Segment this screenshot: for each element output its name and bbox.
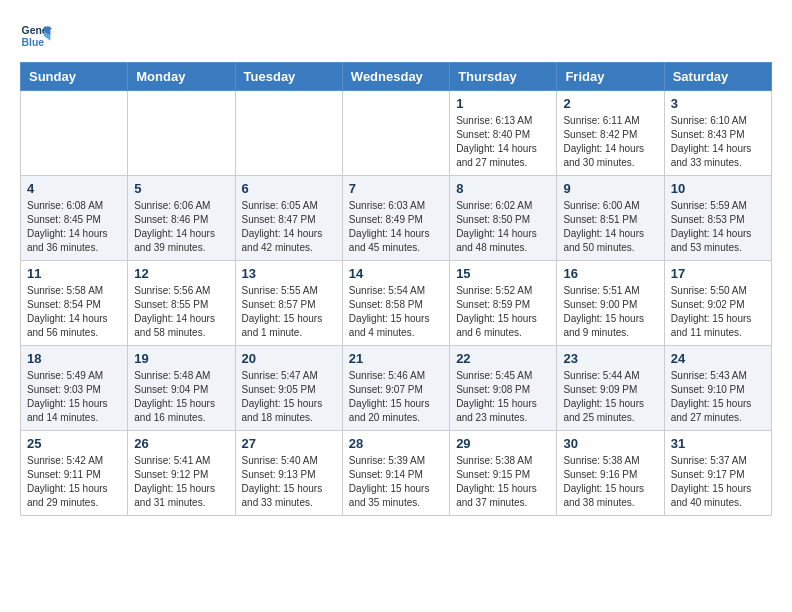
header: General Blue [20, 20, 772, 52]
cell-content: Sunrise: 6:00 AM Sunset: 8:51 PM Dayligh… [563, 199, 657, 255]
calendar-cell: 11Sunrise: 5:58 AM Sunset: 8:54 PM Dayli… [21, 261, 128, 346]
day-of-week-header: Friday [557, 63, 664, 91]
cell-content: Sunrise: 6:08 AM Sunset: 8:45 PM Dayligh… [27, 199, 121, 255]
day-number: 30 [563, 436, 657, 451]
calendar-cell: 19Sunrise: 5:48 AM Sunset: 9:04 PM Dayli… [128, 346, 235, 431]
calendar-cell: 20Sunrise: 5:47 AM Sunset: 9:05 PM Dayli… [235, 346, 342, 431]
cell-content: Sunrise: 5:46 AM Sunset: 9:07 PM Dayligh… [349, 369, 443, 425]
day-number: 12 [134, 266, 228, 281]
day-of-week-header: Saturday [664, 63, 771, 91]
cell-content: Sunrise: 5:58 AM Sunset: 8:54 PM Dayligh… [27, 284, 121, 340]
calendar-cell: 4Sunrise: 6:08 AM Sunset: 8:45 PM Daylig… [21, 176, 128, 261]
calendar-cell: 16Sunrise: 5:51 AM Sunset: 9:00 PM Dayli… [557, 261, 664, 346]
day-number: 10 [671, 181, 765, 196]
cell-content: Sunrise: 5:44 AM Sunset: 9:09 PM Dayligh… [563, 369, 657, 425]
cell-content: Sunrise: 5:54 AM Sunset: 8:58 PM Dayligh… [349, 284, 443, 340]
cell-content: Sunrise: 5:56 AM Sunset: 8:55 PM Dayligh… [134, 284, 228, 340]
cell-content: Sunrise: 6:13 AM Sunset: 8:40 PM Dayligh… [456, 114, 550, 170]
calendar-cell: 22Sunrise: 5:45 AM Sunset: 9:08 PM Dayli… [450, 346, 557, 431]
cell-content: Sunrise: 5:42 AM Sunset: 9:11 PM Dayligh… [27, 454, 121, 510]
day-number: 24 [671, 351, 765, 366]
day-number: 7 [349, 181, 443, 196]
calendar-cell: 8Sunrise: 6:02 AM Sunset: 8:50 PM Daylig… [450, 176, 557, 261]
day-number: 9 [563, 181, 657, 196]
logo-icon: General Blue [20, 20, 52, 52]
cell-content: Sunrise: 5:52 AM Sunset: 8:59 PM Dayligh… [456, 284, 550, 340]
day-number: 17 [671, 266, 765, 281]
day-number: 14 [349, 266, 443, 281]
calendar-cell: 23Sunrise: 5:44 AM Sunset: 9:09 PM Dayli… [557, 346, 664, 431]
day-number: 2 [563, 96, 657, 111]
day-of-week-header: Wednesday [342, 63, 449, 91]
day-of-week-header: Tuesday [235, 63, 342, 91]
calendar-table: SundayMondayTuesdayWednesdayThursdayFrid… [20, 62, 772, 516]
day-number: 27 [242, 436, 336, 451]
cell-content: Sunrise: 5:37 AM Sunset: 9:17 PM Dayligh… [671, 454, 765, 510]
calendar-cell [21, 91, 128, 176]
day-number: 21 [349, 351, 443, 366]
day-number: 31 [671, 436, 765, 451]
day-number: 6 [242, 181, 336, 196]
day-number: 26 [134, 436, 228, 451]
calendar-cell: 21Sunrise: 5:46 AM Sunset: 9:07 PM Dayli… [342, 346, 449, 431]
cell-content: Sunrise: 6:05 AM Sunset: 8:47 PM Dayligh… [242, 199, 336, 255]
calendar-cell: 1Sunrise: 6:13 AM Sunset: 8:40 PM Daylig… [450, 91, 557, 176]
calendar-cell: 14Sunrise: 5:54 AM Sunset: 8:58 PM Dayli… [342, 261, 449, 346]
day-number: 5 [134, 181, 228, 196]
logo: General Blue [20, 20, 52, 52]
calendar-cell: 25Sunrise: 5:42 AM Sunset: 9:11 PM Dayli… [21, 431, 128, 516]
calendar-week-row: 11Sunrise: 5:58 AM Sunset: 8:54 PM Dayli… [21, 261, 772, 346]
day-number: 16 [563, 266, 657, 281]
calendar-cell: 27Sunrise: 5:40 AM Sunset: 9:13 PM Dayli… [235, 431, 342, 516]
calendar-cell: 6Sunrise: 6:05 AM Sunset: 8:47 PM Daylig… [235, 176, 342, 261]
calendar-cell: 12Sunrise: 5:56 AM Sunset: 8:55 PM Dayli… [128, 261, 235, 346]
day-of-week-header: Sunday [21, 63, 128, 91]
day-number: 22 [456, 351, 550, 366]
cell-content: Sunrise: 5:39 AM Sunset: 9:14 PM Dayligh… [349, 454, 443, 510]
day-number: 11 [27, 266, 121, 281]
cell-content: Sunrise: 5:40 AM Sunset: 9:13 PM Dayligh… [242, 454, 336, 510]
calendar-cell: 15Sunrise: 5:52 AM Sunset: 8:59 PM Dayli… [450, 261, 557, 346]
calendar-cell: 3Sunrise: 6:10 AM Sunset: 8:43 PM Daylig… [664, 91, 771, 176]
calendar-cell: 31Sunrise: 5:37 AM Sunset: 9:17 PM Dayli… [664, 431, 771, 516]
day-number: 28 [349, 436, 443, 451]
cell-content: Sunrise: 6:06 AM Sunset: 8:46 PM Dayligh… [134, 199, 228, 255]
cell-content: Sunrise: 6:02 AM Sunset: 8:50 PM Dayligh… [456, 199, 550, 255]
calendar-cell: 26Sunrise: 5:41 AM Sunset: 9:12 PM Dayli… [128, 431, 235, 516]
calendar-cell: 10Sunrise: 5:59 AM Sunset: 8:53 PM Dayli… [664, 176, 771, 261]
day-number: 29 [456, 436, 550, 451]
day-number: 4 [27, 181, 121, 196]
calendar-cell: 2Sunrise: 6:11 AM Sunset: 8:42 PM Daylig… [557, 91, 664, 176]
cell-content: Sunrise: 5:41 AM Sunset: 9:12 PM Dayligh… [134, 454, 228, 510]
cell-content: Sunrise: 5:43 AM Sunset: 9:10 PM Dayligh… [671, 369, 765, 425]
calendar-cell [235, 91, 342, 176]
day-of-week-header: Thursday [450, 63, 557, 91]
calendar-cell: 29Sunrise: 5:38 AM Sunset: 9:15 PM Dayli… [450, 431, 557, 516]
day-number: 13 [242, 266, 336, 281]
calendar-week-row: 1Sunrise: 6:13 AM Sunset: 8:40 PM Daylig… [21, 91, 772, 176]
calendar-cell: 9Sunrise: 6:00 AM Sunset: 8:51 PM Daylig… [557, 176, 664, 261]
cell-content: Sunrise: 5:45 AM Sunset: 9:08 PM Dayligh… [456, 369, 550, 425]
calendar-cell: 17Sunrise: 5:50 AM Sunset: 9:02 PM Dayli… [664, 261, 771, 346]
day-number: 23 [563, 351, 657, 366]
day-number: 25 [27, 436, 121, 451]
calendar-week-row: 25Sunrise: 5:42 AM Sunset: 9:11 PM Dayli… [21, 431, 772, 516]
calendar-cell: 28Sunrise: 5:39 AM Sunset: 9:14 PM Dayli… [342, 431, 449, 516]
cell-content: Sunrise: 6:10 AM Sunset: 8:43 PM Dayligh… [671, 114, 765, 170]
cell-content: Sunrise: 5:59 AM Sunset: 8:53 PM Dayligh… [671, 199, 765, 255]
cell-content: Sunrise: 6:03 AM Sunset: 8:49 PM Dayligh… [349, 199, 443, 255]
calendar-cell: 7Sunrise: 6:03 AM Sunset: 8:49 PM Daylig… [342, 176, 449, 261]
calendar-cell [342, 91, 449, 176]
calendar-cell: 18Sunrise: 5:49 AM Sunset: 9:03 PM Dayli… [21, 346, 128, 431]
cell-content: Sunrise: 5:50 AM Sunset: 9:02 PM Dayligh… [671, 284, 765, 340]
cell-content: Sunrise: 5:51 AM Sunset: 9:00 PM Dayligh… [563, 284, 657, 340]
svg-text:Blue: Blue [22, 37, 45, 48]
cell-content: Sunrise: 6:11 AM Sunset: 8:42 PM Dayligh… [563, 114, 657, 170]
calendar-cell [128, 91, 235, 176]
day-number: 3 [671, 96, 765, 111]
calendar-cell: 24Sunrise: 5:43 AM Sunset: 9:10 PM Dayli… [664, 346, 771, 431]
cell-content: Sunrise: 5:55 AM Sunset: 8:57 PM Dayligh… [242, 284, 336, 340]
calendar-header-row: SundayMondayTuesdayWednesdayThursdayFrid… [21, 63, 772, 91]
cell-content: Sunrise: 5:38 AM Sunset: 9:16 PM Dayligh… [563, 454, 657, 510]
cell-content: Sunrise: 5:38 AM Sunset: 9:15 PM Dayligh… [456, 454, 550, 510]
